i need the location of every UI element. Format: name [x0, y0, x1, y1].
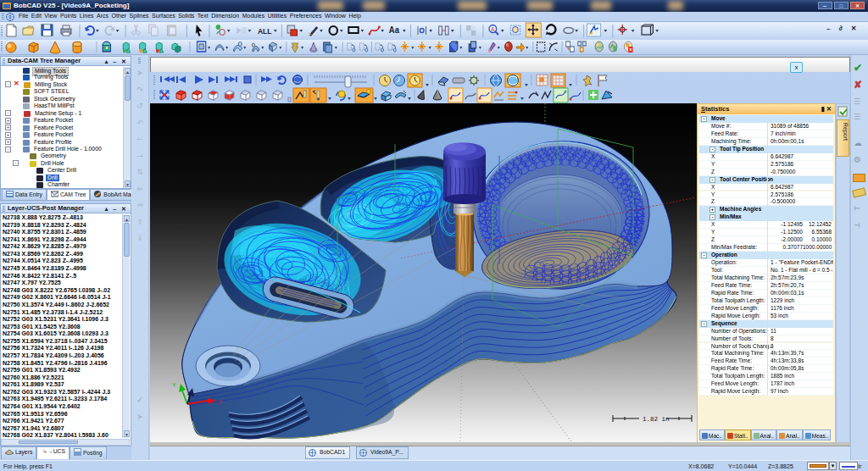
- svg-text:1.82 in: 1.82 in: [643, 416, 670, 423]
- svg-text:Aa: Aa: [389, 25, 400, 35]
- svg-text:ALL: ALL: [258, 27, 272, 36]
- svg-text:X: X: [218, 399, 222, 405]
- svg-text:A: A: [491, 26, 495, 32]
- svg-text:Y: Y: [172, 382, 176, 388]
